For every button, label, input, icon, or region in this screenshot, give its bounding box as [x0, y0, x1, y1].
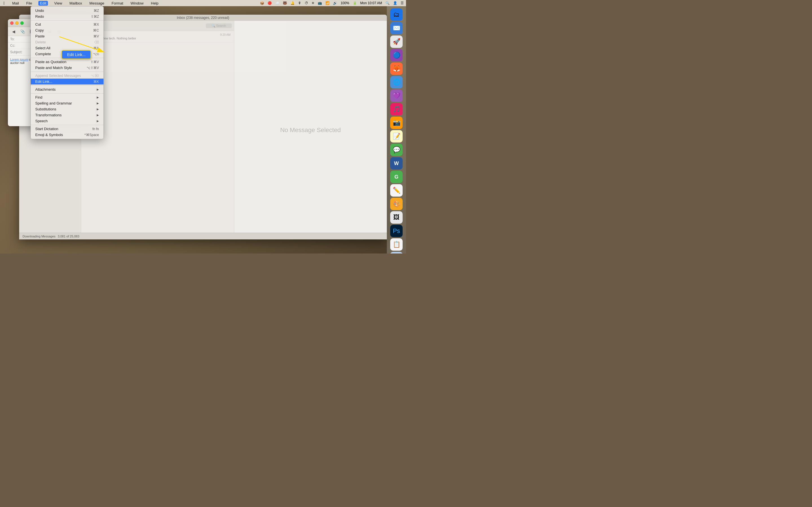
to-label: To: [10, 37, 24, 41]
dock-icon-safari[interactable]: 🌐 [390, 76, 403, 89]
menu-start-dictation[interactable]: Start Dictation fn fn [31, 126, 103, 132]
menu-paste-quotation[interactable]: Paste as Quotation ⇧⌘V [31, 59, 103, 65]
downloading-label: Downloading Messages [22, 235, 56, 238]
notification-icon[interactable]: 🔔 [290, 1, 295, 5]
dock-icon-messages[interactable]: 💬 [390, 144, 403, 156]
menu-speech[interactable]: Speech ▶ [31, 118, 103, 124]
no-message-label: No Message Selected [280, 126, 341, 134]
dock-icon-word[interactable]: W [390, 157, 403, 170]
menubar-help[interactable]: Help [150, 1, 160, 5]
mail-list: 🔍 Search 9:20 AM Best Buy New month. New… [81, 21, 234, 239]
clock: Mon 10:07 AM [360, 1, 382, 5]
menubar-view[interactable]: View [53, 1, 63, 5]
menu-undo[interactable]: Undo ⌘Z [31, 8, 103, 13]
menubar-message[interactable]: Message [88, 1, 105, 5]
sound-icon[interactable]: 🔊 [333, 1, 337, 5]
submenu-arrow-find: ▶ [97, 96, 99, 99]
dock-icon-firefox[interactable]: 🦊 [390, 62, 403, 75]
dock-icon-preview[interactable]: 🖼 [390, 211, 403, 224]
menu-attachments[interactable]: Attachments ▶ [31, 87, 103, 93]
separator-6 [31, 125, 103, 125]
menu-transformations[interactable]: Transformations ▶ [31, 112, 103, 118]
cloud-icon[interactable]: ☁️ [275, 1, 280, 5]
menubar-format[interactable]: Format [110, 1, 124, 5]
mic-icon[interactable]: 🎙 [298, 1, 301, 5]
back-btn[interactable]: ◀ [10, 28, 17, 35]
separator-5 [31, 93, 103, 94]
separator-3 [31, 71, 103, 72]
menubar-window[interactable]: Window [130, 1, 145, 5]
edit-link-callout-label: Edit Link... [67, 52, 86, 57]
menubar-status-items: 📦 🔴 ☁️ 🐻 🔔 🎙 ⏱ ✳ 📺 📶 🔊 100% 🔋 Mon 10:07 … [260, 1, 404, 5]
menu-paste-match-style[interactable]: Paste and Match Style ⌥⇧⌘V [31, 65, 103, 71]
menu-copy[interactable]: Copy ⌘C [31, 27, 103, 33]
dock-icon-app1[interactable]: 💜 [390, 90, 403, 102]
dock-icon-rocket[interactable]: 🚀 [390, 36, 403, 48]
bluetooth-icon[interactable]: ✳ [312, 1, 314, 5]
dock-icon-sketch[interactable]: 🎨 [390, 198, 403, 210]
mail-status-bar: Downloading Messages 3,081 of 25,083 [19, 233, 387, 239]
download-progress: 3,081 of 25,083 [58, 235, 79, 238]
dock-icon-finder[interactable]: 🗂 [390, 8, 403, 21]
mail-preview: No Message Selected [234, 21, 387, 239]
menubar-file[interactable]: File [25, 1, 33, 5]
search-input[interactable]: 🔍 Search [206, 23, 232, 28]
menu-redo[interactable]: Redo ⇧⌘Z [31, 13, 103, 19]
minimize-button[interactable] [15, 21, 18, 25]
separator-1 [31, 20, 103, 20]
attachment-btn[interactable]: 📎 [19, 28, 26, 35]
battery-icon: 🔋 [353, 1, 357, 5]
edit-link-callout: Edit Link... [61, 50, 91, 59]
menu-cut[interactable]: Cut ⌘X [31, 21, 103, 27]
wifi-icon[interactable]: 📶 [325, 1, 329, 5]
menubar-edit[interactable]: Edit [38, 1, 48, 6]
submenu-arrow-spelling: ▶ [97, 102, 99, 105]
menu-substitutions[interactable]: Substitutions ▶ [31, 106, 103, 112]
list-item[interactable]: 9:20 AM Best Buy New month. New tech. No… [81, 31, 234, 43]
menu-find[interactable]: Find ▶ [31, 94, 103, 100]
spotlight-icon[interactable]: 🔍 [386, 1, 390, 5]
close-button[interactable] [10, 21, 13, 25]
edit-menu: Undo ⌘Z Redo ⇧⌘Z Cut ⌘X Copy ⌘C Paste ⌘V… [31, 6, 104, 139]
timer-icon[interactable]: ⏱ [305, 1, 308, 5]
dock-icon-docs[interactable]: 📋 [390, 238, 403, 251]
battery-label: 100% [341, 1, 349, 5]
menu-delete: Delete ⌫ [31, 39, 103, 45]
submenu-arrow-speech: ▶ [97, 119, 99, 122]
dock-icon-photos[interactable]: 📸 [390, 117, 403, 129]
subject-label: Subject: [10, 50, 24, 54]
menubar-mailbox[interactable]: Mailbox [68, 1, 83, 5]
airplay-icon[interactable]: 📺 [318, 1, 322, 5]
menu-append-messages: Append Selected Messages ⌥⌘I [31, 73, 103, 78]
submenu-arrow: ▶ [97, 88, 99, 91]
apple-menu[interactable]:  [2, 1, 6, 5]
dock-icon-pencil[interactable]: ✏️ [390, 184, 403, 196]
menubar:  Mail File Edit View Mailbox Message Fo… [0, 0, 406, 6]
dock-icon-settings[interactable]: 🔵 [390, 49, 403, 61]
dropbox-icon[interactable]: 📦 [260, 1, 264, 5]
dock-icon-photoshop[interactable]: Ps [390, 225, 403, 237]
dock: 🗂 ✉️ 🚀 🔵 🦊 🌐 💜 🎵 📸 📝 💬 W G ✏️ 🎨 🖼 Ps 📋 📁 [387, 6, 406, 253]
menu-paste[interactable]: Paste ⌘V [31, 33, 103, 39]
menu-edit-link[interactable]: Edit Link... ⌘K [31, 78, 103, 84]
dock-icon-itunes[interactable]: 🎵 [390, 103, 403, 115]
user-icon[interactable]: 👤 [393, 1, 397, 5]
bear-icon[interactable]: 🐻 [283, 1, 287, 5]
menu-spelling-grammar[interactable]: Spelling and Grammar ▶ [31, 100, 103, 106]
cc-label: Cc: [10, 44, 24, 48]
dock-icon-mail[interactable]: ✉️ [390, 22, 403, 34]
menubar-mail[interactable]: Mail [11, 1, 20, 5]
mail-window-title: Inbox (238 messages, 220 unread) [177, 16, 229, 20]
submenu-arrow-transformations: ▶ [97, 114, 99, 117]
vpn-icon[interactable]: 🔴 [267, 1, 272, 5]
maximize-button[interactable] [20, 21, 24, 25]
dock-icon-notes[interactable]: 📝 [390, 130, 403, 143]
menu-emoji-symbols[interactable]: Emoji & Symbols ^⌘Space [31, 132, 103, 138]
dock-icon-google[interactable]: G [390, 171, 403, 183]
mail-time: 9:20 AM [220, 33, 231, 36]
dock-icon-folder[interactable]: 📁 [390, 252, 403, 253]
controlcenter-icon[interactable]: ☰ [401, 1, 404, 5]
compose-link-text[interactable]: Lorem ipsum [10, 58, 28, 61]
submenu-arrow-substitutions: ▶ [97, 108, 99, 111]
